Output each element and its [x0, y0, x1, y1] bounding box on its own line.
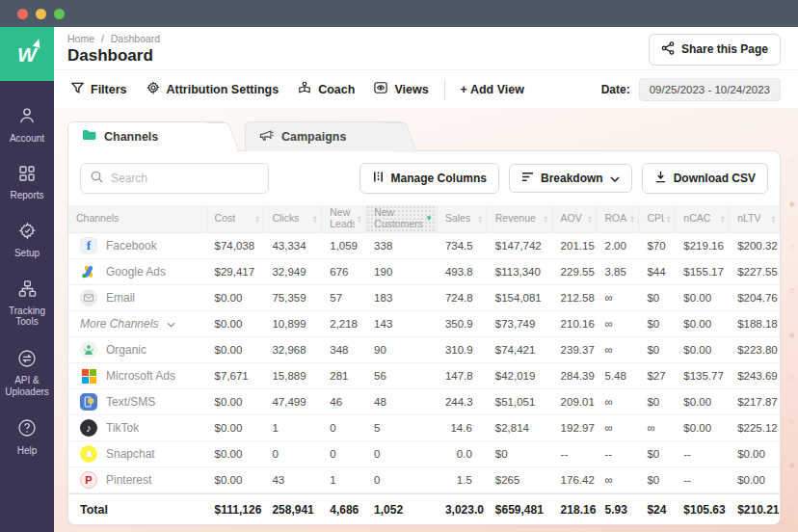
- column-header-clicks[interactable]: Clicks▲▼: [264, 205, 322, 232]
- filters-button[interactable]: Filters: [62, 76, 137, 103]
- column-header-roas[interactable]: ROAS▲▼: [597, 205, 639, 232]
- cell-ncac: $155.17: [676, 266, 730, 278]
- manage-columns-button[interactable]: Manage Columns: [359, 163, 499, 194]
- cell-clicks: 75,359: [264, 292, 322, 304]
- channel-cell: Microsoft Ads: [68, 367, 207, 385]
- sidebar-item-setup[interactable]: Setup: [0, 222, 54, 258]
- cell-cpl: ∞: [639, 422, 676, 434]
- cell-clicks: 0: [264, 448, 322, 460]
- cell-aov: 209.01: [553, 396, 598, 408]
- grid-icon: [18, 165, 36, 185]
- table-row[interactable]: Email$0.0075,35957183724.8$154,081212.58…: [68, 285, 780, 311]
- cell-new-customers: 338: [366, 240, 438, 252]
- sort-arrows-icon: ▲▼: [312, 215, 317, 224]
- sync-icon: [17, 349, 37, 371]
- cell-cpl: $44: [639, 266, 676, 278]
- cell-sales: 724.8: [438, 292, 488, 304]
- cell-roas: ∞: [597, 396, 639, 408]
- column-header-channels[interactable]: Channels: [68, 205, 207, 232]
- app-logo[interactable]: W: [0, 27, 54, 81]
- column-header-cpl[interactable]: CPL▲▼: [639, 205, 676, 232]
- channel-cell: ♪TikTok: [68, 419, 207, 437]
- text-sms-icon: [80, 393, 97, 411]
- sidebar-item-reports[interactable]: Reports: [0, 165, 54, 200]
- cell-new-leads: 46: [322, 396, 366, 408]
- logo-flame-icon: [33, 38, 42, 48]
- cell-new-leads: 676: [322, 266, 366, 278]
- cell-aov: 201.15: [553, 240, 598, 252]
- cell-new-leads: 0: [322, 422, 366, 434]
- page-title: Dashboard: [67, 46, 160, 66]
- table-row[interactable]: Organic$0.0032,96834890310.9$74,421239.3…: [68, 337, 780, 363]
- window-titlebar: [0, 0, 798, 27]
- channel-cell: Organic: [68, 341, 207, 359]
- user-icon: [17, 106, 37, 128]
- sort-arrows-icon: ▲▼: [254, 215, 259, 224]
- column-header-nltv[interactable]: nLTV▲▼: [730, 205, 780, 232]
- column-header-sales[interactable]: Sales▲▼: [438, 205, 488, 232]
- sidebar-item-help[interactable]: Help: [0, 418, 54, 456]
- column-label: Channels: [76, 213, 119, 225]
- sidebar-item-tracking-tools[interactable]: Tracking Tools: [0, 279, 54, 328]
- column-header-aov[interactable]: AOV▲▼: [553, 205, 598, 232]
- table-row[interactable]: Microsoft Ads$7,67115,88928156147.8$42,0…: [68, 363, 780, 389]
- logo-w-mark: W: [17, 44, 37, 65]
- sort-arrows-icon: ▲▼: [771, 215, 776, 224]
- breakdown-button[interactable]: Breakdown: [509, 164, 632, 193]
- cell-new-customers: 190: [366, 266, 438, 278]
- tab-channels[interactable]: Channels: [67, 121, 224, 151]
- cell-aov: 192.97: [553, 422, 598, 434]
- sort-arrows-icon: ▲▼: [720, 215, 725, 224]
- coach-button[interactable]: Coach: [288, 75, 364, 103]
- add-view-button[interactable]: + Add View: [451, 77, 534, 102]
- date-range-picker[interactable]: 09/25/2023 - 10/24/2023: [639, 78, 781, 101]
- close-window-button[interactable]: [17, 9, 28, 19]
- cell-nltv: $210.21: [730, 503, 780, 517]
- cell-aov: 218.16: [553, 503, 598, 517]
- minimize-window-button[interactable]: [36, 9, 46, 19]
- column-header-new-customers[interactable]: New Customers▼: [366, 205, 438, 232]
- cell-cost: $111,126: [207, 503, 265, 517]
- tab-campaigns[interactable]: Campaigns: [245, 121, 401, 151]
- cell-cost: $0.00: [207, 292, 265, 304]
- cell-new-customers: 90: [366, 344, 438, 356]
- attribution-settings-button[interactable]: Attribution Settings: [137, 75, 289, 103]
- table-row[interactable]: More Channels$0.0010,8992,218143350.9$73…: [68, 311, 780, 337]
- table-row[interactable]: Text/SMS$0.0047,4994648244.3$51,051209.0…: [68, 389, 780, 415]
- cell-revenue: $73,749: [488, 318, 553, 330]
- share-page-button[interactable]: Share this Page: [649, 34, 781, 66]
- cell-clicks: 32,949: [264, 266, 322, 278]
- sidebar-item-api-uploaders[interactable]: API & Uploaders: [0, 349, 54, 398]
- sort-desc-icon: ▼: [425, 215, 433, 223]
- table-row[interactable]: Google Ads$29,41732,949676190493.8$113,3…: [68, 259, 780, 285]
- column-header-new-leads[interactable]: New Leads▲▼: [322, 205, 366, 232]
- table-row[interactable]: fFacebook$74,03843,3341,059338734.5$147,…: [68, 233, 780, 259]
- channel-name: Google Ads: [106, 265, 166, 279]
- zoom-window-button[interactable]: [54, 9, 65, 19]
- sidebar-item-account[interactable]: Account: [0, 106, 54, 144]
- download-csv-button[interactable]: Download CSV: [642, 163, 768, 194]
- column-header-ncac[interactable]: nCAC▲▼: [676, 205, 730, 232]
- views-button[interactable]: Views: [364, 75, 438, 103]
- cell-ncac: --: [676, 448, 730, 460]
- cell-cpl: $70: [639, 240, 676, 252]
- diamond-pattern-right: ◇◆◇◇◆◇◇◆◇: [789, 156, 795, 513]
- cell-revenue: $51,051: [488, 396, 553, 408]
- chevron-down-icon: [167, 317, 175, 331]
- cell-cpl: $0: [639, 396, 676, 408]
- search-box[interactable]: [80, 163, 269, 194]
- breadcrumb-home-link[interactable]: Home: [67, 33, 94, 44]
- sidebar-item-label: API & Uploaders: [2, 375, 52, 397]
- cell-nltv: $227.55: [730, 266, 780, 278]
- search-input[interactable]: [111, 172, 258, 185]
- table-row[interactable]: PPinterest$0.0043101.5$265176.42∞$0--$0.…: [68, 467, 780, 493]
- table-row[interactable]: ♪TikTok$0.0010514.6$2,814192.97∞∞$0.00$2…: [68, 415, 780, 441]
- table-row[interactable]: Snapchat$0.000000.0$0----$0--$0.00: [68, 441, 780, 467]
- column-header-cost[interactable]: Cost▲▼: [207, 205, 265, 232]
- page-header: Home / Dashboard Dashboard Share this Pa…: [54, 27, 798, 69]
- channels-table: ChannelsCost▲▼Clicks▲▼New Leads▲▼New Cus…: [68, 205, 780, 524]
- table-total-row: Total$111,126258,9414,6861,0523,023.0$65…: [68, 493, 780, 524]
- cell-roas: ∞: [597, 292, 639, 304]
- column-header-revenue[interactable]: Revenue▲▼: [488, 205, 553, 232]
- search-icon: [91, 170, 103, 187]
